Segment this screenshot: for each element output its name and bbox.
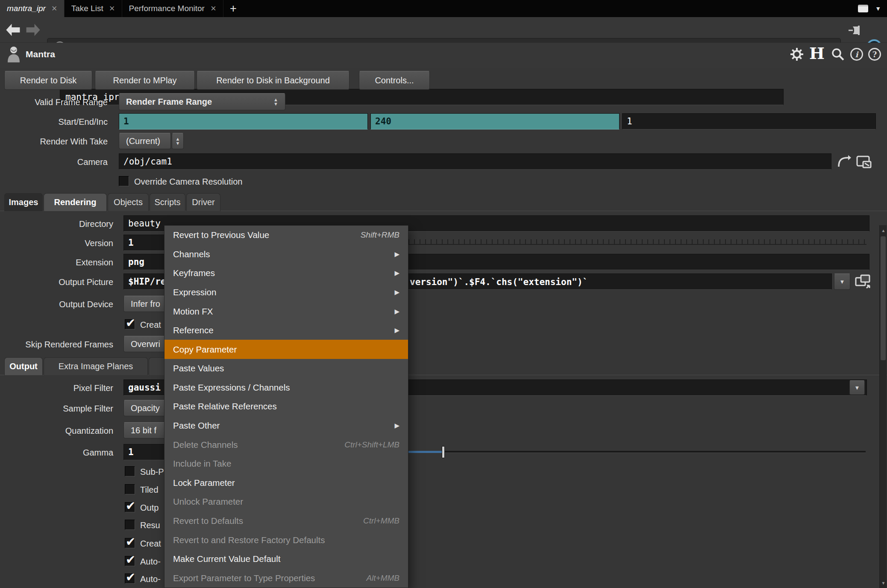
tab-rendering[interactable]: Rendering — [44, 193, 107, 211]
checkbox-auto-2-label: Auto- — [140, 574, 161, 584]
increment-field[interactable]: 1 — [622, 113, 876, 129]
menu-item-paste-values[interactable]: Paste Values — [164, 359, 408, 378]
pane-tab-performance-monitor[interactable]: Performance Monitor × — [122, 0, 223, 17]
take-spinner[interactable]: ▲ ▼ — [172, 133, 184, 149]
scrollbar-thumb[interactable] — [881, 236, 886, 360]
menu-item-reference[interactable]: Reference ▶ — [164, 321, 408, 340]
node-header: Mantra mantra_ipr H i ? — [0, 43, 887, 68]
forward-button[interactable] — [25, 23, 41, 37]
menu-item-paste-relative-references[interactable]: Paste Relative References — [164, 397, 408, 416]
checkbox-sub-pixel[interactable] — [125, 466, 135, 476]
menu-item-revert-to-defaults: Revert to Defaults Ctrl+MMB — [164, 512, 408, 531]
menu-item-revert-to-previous-value[interactable]: Revert to Previous Value Shift+RMB — [164, 226, 408, 245]
checkbox-create-label: Creat — [140, 539, 161, 549]
checkbox-create[interactable]: ✔ — [125, 538, 135, 548]
pixel-filter-value: gaussi — [128, 382, 161, 393]
pane-tab-label: Performance Monitor — [129, 4, 205, 13]
controls-button[interactable]: Controls... — [359, 71, 430, 90]
close-icon[interactable]: × — [109, 4, 115, 13]
checkbox-tiled[interactable] — [125, 484, 135, 494]
render-to-disk-button[interactable]: Render to Disk — [4, 71, 92, 90]
checkbox-auto-1[interactable]: ✔ — [125, 556, 135, 566]
menu-item-channels[interactable]: Channels ▶ — [164, 245, 408, 264]
render-with-take-value: (Current) — [126, 136, 160, 146]
override-camera-resolution-checkbox[interactable] — [119, 176, 129, 186]
create-intermediate-dirs-checkbox[interactable]: ✔ — [125, 319, 135, 329]
menu-item-revert-restore-factory-defaults: Revert to and Restore Factory Defaults — [164, 530, 408, 550]
vertical-scrollbar[interactable]: ▲ ▼ — [879, 225, 887, 588]
checkbox-output[interactable]: ✔ — [125, 502, 135, 512]
camera-field[interactable]: /obj/cam1 — [119, 153, 831, 170]
new-tab-button[interactable]: + — [223, 0, 243, 17]
tab-extra-image-planes[interactable]: Extra Image Planes — [44, 357, 148, 375]
menu-item-keyframes[interactable]: Keyframes ▶ — [164, 264, 408, 283]
pin-icon[interactable] — [848, 23, 862, 38]
tab-output[interactable]: Output — [4, 357, 43, 375]
main-folder-tabs: Images Rendering Objects Scripts Driver — [0, 192, 887, 211]
submenu-arrow-icon: ▶ — [394, 326, 399, 334]
menu-item-include-in-take: Include in Take — [164, 454, 408, 473]
extension-label: Extension — [0, 258, 113, 268]
tab-scripts[interactable]: Scripts — [150, 193, 185, 211]
menu-item-copy-parameter[interactable]: Copy Parameter — [164, 340, 408, 359]
spinner-icon: ▲ ▼ — [176, 137, 180, 145]
menu-item-delete-channels: Delete Channels Ctrl+Shift+LMB — [164, 435, 408, 454]
output-picture-menu-caret-icon[interactable]: ▼ — [834, 273, 850, 290]
menu-item-paste-other[interactable]: Paste Other ▶ — [164, 416, 408, 435]
pixel-filter-menu-caret-icon[interactable]: ▼ — [849, 380, 865, 395]
search-icon[interactable] — [831, 47, 845, 62]
menu-item-paste-expressions-channels[interactable]: Paste Expressions / Channels — [164, 378, 408, 397]
jump-to-operator-icon[interactable] — [837, 154, 852, 169]
end-frame-field[interactable]: 240 — [370, 113, 620, 129]
gamma-slider-track[interactable] — [408, 451, 866, 453]
pane-controls: ▼ — [858, 0, 887, 17]
tab-images[interactable]: Images — [4, 193, 43, 211]
scroll-up-icon[interactable]: ▲ — [880, 226, 887, 235]
close-icon[interactable]: × — [211, 4, 216, 13]
start-frame-field[interactable]: 1 — [119, 113, 368, 129]
tab-objects[interactable]: Objects — [108, 193, 149, 211]
pane-tab-mantra-ipr[interactable]: mantra_ipr × — [0, 0, 65, 17]
menu-item-label: Include in Take — [173, 459, 231, 469]
file-chooser-icon[interactable] — [854, 273, 872, 291]
menu-item-lock-parameter[interactable]: Lock Parameter — [164, 473, 408, 493]
checkbox-resume-label: Resu — [140, 520, 160, 530]
close-icon[interactable]: × — [52, 4, 57, 13]
menu-item-label: Motion FX — [173, 306, 213, 317]
menu-item-label: Unlock Parameter — [173, 497, 243, 507]
tab-driver[interactable]: Driver — [186, 193, 220, 211]
pane-menu-caret-icon[interactable]: ▼ — [875, 5, 881, 12]
maximize-pane-icon[interactable] — [858, 5, 868, 12]
valid-frame-range-menu[interactable]: Render Frame Range ▲ ▼ — [119, 93, 285, 110]
choose-operator-icon[interactable] — [855, 153, 872, 170]
menu-item-shortcut: Ctrl+MMB — [363, 516, 399, 526]
back-button[interactable] — [5, 23, 21, 37]
checkbox-auto-2[interactable]: ✔ — [125, 573, 135, 584]
network-nav-bar: out ▼ — [0, 17, 887, 43]
sample-filter-label: Sample Filter — [0, 404, 113, 414]
scroll-down-icon[interactable]: ▼ — [880, 579, 887, 587]
pane-tab-take-list[interactable]: Take List × — [65, 0, 122, 17]
menu-item-label: Copy Parameter — [173, 344, 237, 355]
render-to-mplay-button[interactable]: Render to MPlay — [95, 71, 195, 90]
menu-item-make-current-value-default[interactable]: Make Current Value Default — [164, 550, 408, 569]
version-slider[interactable] — [408, 239, 866, 245]
pane-tab-label: mantra_ipr — [7, 4, 46, 13]
gamma-slider-handle[interactable] — [442, 446, 445, 458]
gear-icon[interactable] — [790, 47, 804, 62]
houdini-logo-icon[interactable]: H — [809, 45, 825, 62]
quantization-value: 16 bit f — [131, 426, 156, 435]
spinner-down-icon: ▼ — [176, 141, 180, 145]
sample-filter-value: Opacity — [131, 403, 160, 413]
checkbox-resume[interactable] — [125, 520, 135, 530]
help-icon[interactable]: ? — [868, 48, 881, 61]
render-with-take-menu[interactable]: (Current) — [119, 133, 171, 149]
info-icon[interactable]: i — [850, 48, 863, 61]
menu-item-expression[interactable]: Expression ▶ — [164, 283, 408, 302]
menu-item-motion-fx[interactable]: Motion FX ▶ — [164, 302, 408, 321]
menu-item-label: Paste Relative References — [173, 401, 277, 412]
menu-item-label: Channels — [173, 249, 210, 259]
render-to-disk-background-button[interactable]: Render to Disk in Background — [197, 71, 350, 90]
version-label: Version — [0, 238, 113, 248]
extension-value: png — [128, 257, 144, 267]
